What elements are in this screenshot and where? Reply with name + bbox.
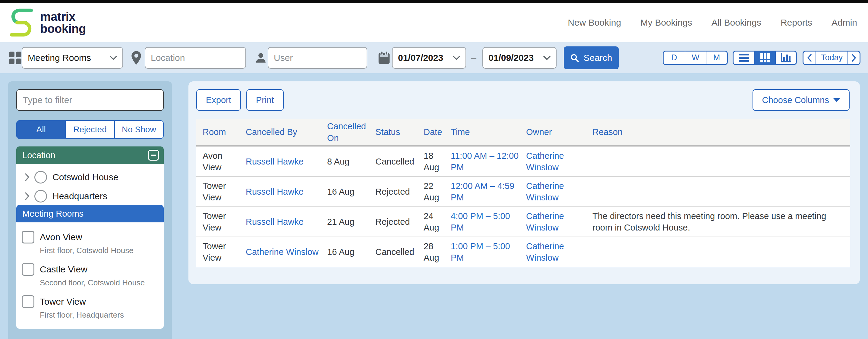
location-label[interactable]: Cotswold House (53, 172, 118, 182)
table-view-icon (761, 53, 770, 62)
room-detail: Second floor, Cotswold House (40, 278, 164, 287)
col-header-cancelled-on[interactable]: Cancelled On (327, 121, 375, 144)
tree-item-headquarters: Headquarters (16, 187, 164, 205)
date-to-select[interactable]: 01/09/2023 (483, 47, 557, 69)
meeting-rooms-section-header[interactable]: Meeting Rooms (16, 205, 164, 223)
room-item-avon-view: Avon View First floor, Cotswold House (16, 231, 164, 255)
table-view-button[interactable] (754, 52, 775, 64)
room-checkbox[interactable] (22, 231, 34, 243)
tab-no-show[interactable]: No Show (114, 121, 163, 138)
chevron-left-icon (807, 54, 812, 62)
cell-time-link[interactable]: 11:00 AM – 12:00 PM (451, 150, 526, 173)
matrix-booking-app: matrix booking New Booking My Bookings A… (0, 0, 868, 339)
location-section: Location Cotswold House Headquarters (16, 146, 164, 211)
bookings-table: Room Cancelled By Cancelled On Status Da… (196, 119, 850, 267)
export-button[interactable]: Export (196, 89, 241, 111)
brand-logo: matrix booking (8, 7, 86, 38)
print-button[interactable]: Print (246, 89, 284, 111)
cell-owner-link[interactable]: Catherine Winslow (526, 240, 592, 264)
cell-date: 18 Aug (424, 150, 451, 173)
chevron-down-icon (543, 56, 551, 60)
col-header-reason[interactable]: Reason (592, 126, 843, 138)
cell-time-link[interactable]: 1:00 PM – 5:00 PM (451, 240, 526, 264)
nav-all-bookings[interactable]: All Bookings (712, 18, 761, 28)
col-header-status[interactable]: Status (375, 126, 424, 138)
logo-word-booking: booking (40, 23, 86, 35)
chart-view-button[interactable] (775, 52, 796, 64)
tab-all[interactable]: All (17, 121, 65, 138)
date-to-value: 01/09/2023 (489, 53, 534, 63)
nav-my-bookings[interactable]: My Bookings (640, 18, 692, 28)
cell-room: Tower View (203, 180, 246, 203)
location-radio[interactable] (34, 171, 47, 183)
main-nav: New Booking My Bookings All Bookings Rep… (568, 18, 857, 28)
expand-chevron-icon[interactable] (25, 192, 30, 200)
cell-owner-link[interactable]: Catherine Winslow (526, 210, 592, 234)
cell-reason: The directors need this meeting room. Pl… (592, 210, 843, 234)
today-button[interactable]: Today (815, 52, 847, 64)
room-detail: First floor, Headquarters (40, 310, 164, 320)
view-day-button[interactable]: D (663, 52, 685, 64)
location-input[interactable]: Location (145, 47, 246, 69)
search-button[interactable]: Search (564, 46, 619, 69)
table-row: Tower View Russell Hawke 21 Aug Rejected… (196, 206, 850, 237)
col-header-room[interactable]: Room (203, 126, 246, 138)
room-item-castle-view: Castle View Second floor, Cotswold House (16, 263, 164, 287)
tab-rejected[interactable]: Rejected (65, 121, 114, 138)
category-grid-icon (9, 52, 22, 64)
cell-date: 22 Aug (424, 180, 451, 203)
cell-cancelled-by-link[interactable]: Russell Hawke (246, 216, 327, 228)
expand-chevron-icon[interactable] (25, 173, 30, 181)
cell-cancelled-on: 16 Aug (327, 186, 375, 197)
col-header-time[interactable]: Time (451, 126, 526, 138)
cell-date: 28 Aug (424, 240, 451, 264)
window-top-strip (0, 0, 868, 3)
cell-cancelled-on: 8 Aug (327, 156, 375, 167)
user-input[interactable]: User (268, 47, 367, 69)
location-radio[interactable] (34, 190, 47, 203)
col-header-owner[interactable]: Owner (526, 126, 592, 138)
filters-sidebar: Type to filter All Rejected No Show Loca… (8, 81, 172, 339)
cell-owner-link[interactable]: Catherine Winslow (526, 150, 592, 173)
cell-room: Avon View (203, 150, 246, 173)
filter-input[interactable]: Type to filter (16, 89, 164, 111)
nav-reports[interactable]: Reports (781, 18, 812, 28)
cell-cancelled-by-link[interactable]: Russell Hawke (246, 186, 327, 197)
nav-new-booking[interactable]: New Booking (568, 18, 621, 28)
location-placeholder: Location (151, 53, 185, 63)
chevron-down-icon (453, 56, 460, 60)
next-period-button[interactable] (847, 52, 860, 64)
cell-time-link[interactable]: 12:00 AM – 4:59 PM (451, 180, 526, 203)
room-checkbox[interactable] (22, 295, 34, 308)
cell-time-link[interactable]: 4:00 PM – 5:00 PM (451, 210, 526, 234)
view-week-button[interactable]: W (685, 52, 706, 64)
col-header-date[interactable]: Date (424, 126, 451, 138)
room-detail: First floor, Cotswold House (40, 246, 164, 255)
category-select[interactable]: Meeting Rooms (22, 47, 123, 69)
choose-columns-button[interactable]: Choose Columns (752, 89, 849, 111)
list-view-button[interactable] (734, 52, 754, 64)
room-name[interactable]: Avon View (40, 232, 82, 242)
room-name[interactable]: Castle View (40, 264, 87, 274)
cell-cancelled-on: 16 Aug (327, 246, 375, 258)
cell-cancelled-by-link[interactable]: Catherine Winslow (246, 246, 327, 258)
cell-cancelled-by-link[interactable]: Russell Hawke (246, 156, 327, 167)
collapse-icon[interactable] (148, 150, 159, 161)
chevron-right-icon (851, 54, 856, 62)
view-month-button[interactable]: M (706, 52, 727, 64)
room-name[interactable]: Tower View (40, 297, 86, 307)
room-checkbox[interactable] (22, 263, 34, 276)
location-tree: Cotswold House Headquarters (16, 164, 164, 211)
col-header-cancelled-by[interactable]: Cancelled By (246, 126, 327, 138)
logo-wordmark: matrix booking (40, 10, 86, 35)
results-panel: Export Print Choose Columns Room Cancell… (188, 81, 860, 284)
app-header: matrix booking New Booking My Bookings A… (0, 3, 868, 42)
location-section-header[interactable]: Location (16, 146, 164, 164)
date-from-select[interactable]: 01/07/2023 (392, 47, 466, 69)
prev-period-button[interactable] (804, 52, 815, 64)
search-button-label: Search (583, 53, 612, 63)
location-label[interactable]: Headquarters (53, 191, 107, 201)
search-toolbar: Meeting Rooms Location User 01/07/2023 –… (0, 42, 868, 73)
cell-owner-link[interactable]: Catherine Winslow (526, 180, 592, 203)
nav-admin[interactable]: Admin (832, 18, 857, 28)
